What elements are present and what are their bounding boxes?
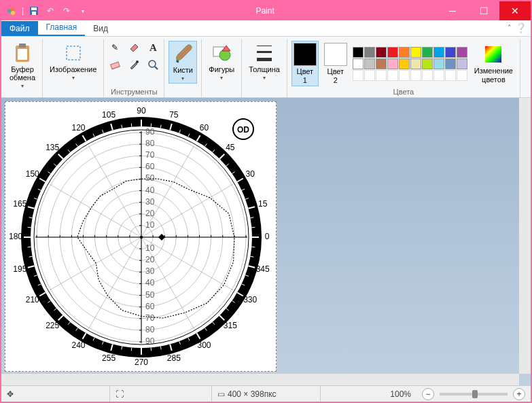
group-tools: ✎ A Инструменты [104,39,164,97]
color-swatch[interactable] [387,58,398,69]
zoom-level: 100% [390,389,411,399]
svg-rect-10 [111,62,120,69]
selection-size-icon: ⛶ [116,389,124,399]
zoom-thumb[interactable] [472,390,478,398]
svg-text:150: 150 [26,169,39,179]
color-swatch[interactable] [399,58,410,69]
color-swatch[interactable] [353,70,363,81]
color-swatch[interactable] [353,58,363,69]
color-swatch[interactable] [387,47,398,58]
view-tab[interactable]: Вид [85,21,116,36]
svg-text:240: 240 [71,340,85,350]
svg-text:15: 15 [258,199,268,209]
color-swatch[interactable] [410,70,421,81]
color-swatch[interactable] [353,47,363,58]
help-icon[interactable]: ❔ [515,22,527,33]
color-swatch[interactable] [422,58,433,69]
svg-text:30: 30 [145,197,155,207]
paste-button[interactable]: Буфер обмена ▾ [7,41,38,90]
close-button[interactable]: ✕ [499,1,531,20]
magnifier-icon[interactable] [146,58,160,71]
svg-text:50: 50 [145,290,155,300]
svg-text:0: 0 [265,232,270,241]
color1-button[interactable]: Цвет 1 [291,41,319,86]
svg-text:315: 315 [224,321,237,330]
thickness-label: Толщина [249,65,280,73]
svg-text:30: 30 [246,169,255,179]
chevron-down-icon: ▾ [220,75,223,81]
color-swatch[interactable] [433,70,444,81]
color-swatch[interactable] [457,47,467,58]
minimize-button[interactable]: ─ [437,1,468,20]
save-icon[interactable] [28,5,40,17]
zoom-out-button[interactable]: − [422,388,434,400]
color-swatch[interactable] [422,70,433,81]
zoom-in-button[interactable]: + [513,388,525,400]
picker-icon[interactable] [127,58,141,71]
thickness-button[interactable]: Толщина ▾ [246,41,283,82]
color-swatch[interactable] [376,58,387,69]
chevron-down-icon: ▾ [181,75,184,82]
color-swatch[interactable] [457,58,467,69]
svg-text:80: 80 [145,139,155,148]
canvas[interactable]: 0153045607590105120135150165180195210225… [5,101,277,372]
color-swatch[interactable] [399,70,410,81]
pencil-icon[interactable]: ✎ [108,41,122,54]
svg-point-195 [140,236,143,239]
svg-text:105: 105 [102,110,116,120]
text-icon[interactable]: A [146,41,160,54]
brushes-label: Кисти [173,66,193,74]
canvas-workspace[interactable]: 0153045607590105120135150165180195210225… [1,98,531,385]
svg-text:40: 40 [145,186,155,195]
brushes-button[interactable]: Кисти ▾ [169,41,197,84]
color2-label: Цвет 2 [327,67,344,84]
fill-icon[interactable] [127,41,141,54]
svg-text:20: 20 [145,255,155,264]
edit-colors-button[interactable]: Изменение цветов [472,42,516,84]
undo-icon[interactable]: ↶ [44,5,56,17]
color-swatch[interactable] [445,58,456,69]
svg-text:80: 80 [145,325,155,334]
group-colors: Цвет 1 Цвет 2 Изменение цветов Цвета [287,39,520,97]
color-swatch[interactable] [387,70,398,81]
qat-separator: | [22,6,24,16]
svg-text:OD: OD [237,125,249,135]
select-button[interactable]: Изображение ▾ [47,41,99,82]
color-swatch[interactable] [364,47,375,58]
svg-text:90: 90 [145,127,155,137]
svg-text:20: 20 [145,209,155,218]
redo-icon[interactable]: ↷ [60,5,73,17]
color-swatch[interactable] [399,47,410,58]
collapse-ribbon-icon[interactable]: ˄ [508,24,512,33]
color-swatch[interactable] [445,70,456,81]
color1-swatch [294,43,317,66]
svg-text:90: 90 [145,336,155,346]
group-shapes: Фигуры ▾ [202,39,242,97]
color-swatch[interactable] [433,58,444,69]
color2-button[interactable]: Цвет 2 [323,41,349,85]
horizontal-scrollbar[interactable] [1,374,519,385]
color-swatch[interactable] [422,47,433,58]
color-swatch[interactable] [376,70,387,81]
svg-text:225: 225 [46,321,59,330]
vertical-scrollbar[interactable] [519,98,531,374]
window-title: Paint [93,6,437,16]
eraser-icon[interactable] [108,58,122,71]
color-swatch[interactable] [410,58,421,69]
color-swatch[interactable] [433,47,444,58]
zoom-slider[interactable] [440,393,508,396]
home-tab[interactable]: Главная [38,20,86,36]
svg-text:70: 70 [145,313,155,323]
color-swatch[interactable] [445,47,456,58]
svg-text:45: 45 [226,143,235,152]
color-swatch[interactable] [376,47,387,58]
color-swatch[interactable] [364,58,375,69]
svg-line-13 [155,67,158,69]
color-swatch[interactable] [457,70,467,81]
qat-dropdown-icon[interactable]: ▾ [77,5,89,17]
file-tab[interactable]: Файл [1,21,38,36]
color-swatch[interactable] [364,70,375,81]
maximize-button[interactable]: ☐ [468,1,499,20]
color-swatch[interactable] [410,47,421,58]
shapes-button[interactable]: Фигуры ▾ [206,41,237,82]
